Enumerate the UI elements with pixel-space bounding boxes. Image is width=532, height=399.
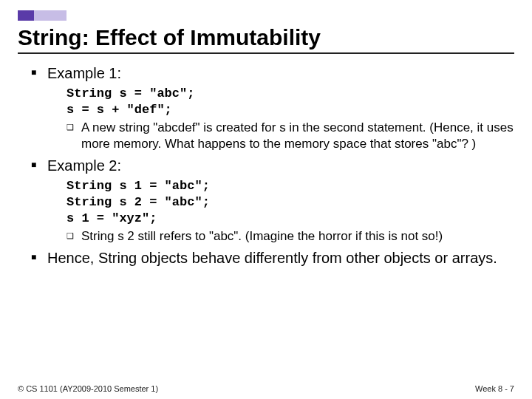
bullet-example-2: ■ Example 2: [31,157,514,175]
footer-left: © CS 1101 (AY2009-2010 Semester 1) [18,384,158,393]
hollow-square-bullet-icon: ❑ [66,120,81,152]
square-bullet-icon: ■ [31,157,47,175]
hollow-square-bullet-icon: ❑ [66,228,81,245]
example-1-content: String s = "abc"; s = s + "def"; ❑ A new… [66,86,514,152]
title-rule [18,52,514,54]
square-bullet-icon: ■ [31,249,47,267]
code-block: String s = "abc"; s = s + "def"; [66,86,514,118]
example-2-content: String s 1 = "abc"; String s 2 = "abc"; … [66,178,514,245]
sub-bullet: ❑ String s 2 still refers to "abc". (Ima… [66,228,514,245]
slide: String: Effect of Immutability ■ Example… [18,25,514,377]
accent-bar [18,10,66,21]
slide-footer: © CS 1101 (AY2009-2010 Semester 1) Week … [18,384,514,393]
code-block: String s 1 = "abc"; String s 2 = "abc"; … [66,178,514,227]
sub-bullet-text: String s 2 still refers to "abc". (Imagi… [81,228,443,245]
bullet-label: Example 2: [47,157,121,175]
footer-right: Week 8 - 7 [475,384,514,393]
slide-body: ■ Example 1: String s = "abc"; s = s + "… [18,64,514,268]
square-bullet-icon: ■ [31,64,47,83]
bullet-example-1: ■ Example 1: [31,64,514,83]
accent-dark [18,10,34,21]
bullet-label: Example 1: [47,64,121,83]
bullet-conclusion: ■ Hence, String objects behave different… [31,249,514,267]
slide-title: String: Effect of Immutability [18,25,514,51]
bullet-label: Hence, String objects behave differently… [47,249,497,267]
accent-light [34,10,66,21]
sub-bullet: ❑ A new string "abcdef" is created for s… [66,120,514,152]
sub-bullet-text: A new string "abcdef" is created for s i… [81,120,514,152]
